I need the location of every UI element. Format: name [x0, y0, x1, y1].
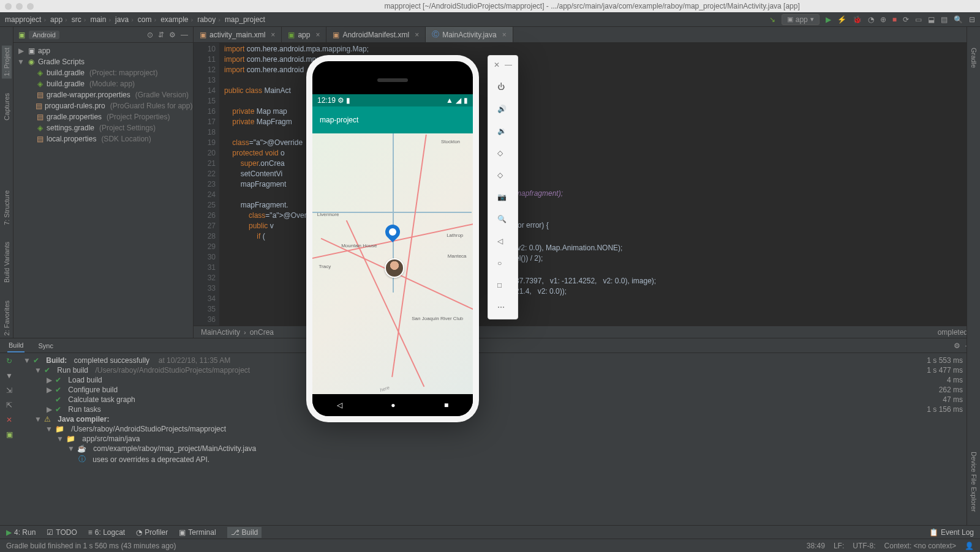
zoom-icon[interactable]: 🔍 — [497, 215, 508, 226]
crumb[interactable]: map_project — [218, 15, 265, 24]
back-button[interactable]: ◁ — [337, 401, 342, 409]
favorites-tool-tab[interactable]: 2: Favorites — [2, 298, 12, 338]
tree-item[interactable]: ▤local.properties(SDK Location) — [13, 133, 193, 144]
rotate-right-icon[interactable]: ◇ — [497, 171, 508, 182]
wifi-icon: ◢ — [456, 96, 461, 105]
tree-item[interactable]: ◈build.gradle(Project: mapproject) — [13, 67, 193, 78]
tree-item[interactable]: ▤gradle-wrapper.properties(Gradle Versio… — [13, 89, 193, 100]
overview-button[interactable]: ■ — [444, 401, 448, 409]
locate-icon[interactable]: ⊙ — [147, 31, 153, 39]
debug-icon[interactable]: 🐞 — [853, 15, 862, 24]
profiler-tool[interactable]: ◔ Profiler — [136, 528, 168, 537]
captures-tool-tab[interactable]: Captures — [2, 91, 12, 123]
sdk-icon[interactable]: ⬓ — [928, 15, 935, 24]
build-variants-tool-tab[interactable]: Build Variants — [2, 239, 12, 285]
sync-icon[interactable]: ⟳ — [903, 15, 909, 24]
rotate-left-icon[interactable]: ◇ — [497, 149, 508, 160]
tree-item[interactable]: ▤gradle.properties(Project Properties) — [13, 111, 193, 122]
more-icon[interactable]: ⋯ — [497, 303, 508, 314]
build-tab[interactable]: Build — [7, 339, 24, 352]
emu-close-icon[interactable]: ✕ — [494, 61, 500, 69]
editor-tab[interactable]: ▣AndroidManifest.xml× — [326, 27, 426, 42]
rerun-icon[interactable]: ↻ — [6, 357, 12, 365]
line-sep[interactable]: LF: — [834, 542, 844, 550]
camera-icon[interactable]: 📷 — [497, 193, 508, 204]
expand-icon[interactable]: ⇲ — [6, 386, 12, 395]
project-tree[interactable]: ▶▣app ▼◉Gradle Scripts ◈build.gradle(Pro… — [13, 43, 193, 338]
make-icon[interactable]: ↘ — [769, 15, 775, 24]
close-icon[interactable]: ✕ — [6, 416, 12, 424]
phone-screen[interactable]: 12:19 ⚙ ▮ ▲◢▮ map-project Stockton Lathr… — [312, 61, 473, 416]
close-icon[interactable]: × — [415, 31, 419, 39]
profiler-icon[interactable]: ◔ — [868, 15, 874, 24]
run-config-selector[interactable]: ▣ app ▾ — [782, 14, 820, 25]
device-explorer-tab[interactable]: Device File Explorer — [969, 449, 979, 514]
avd-icon[interactable]: ▭ — [915, 15, 922, 24]
sync-tab[interactable]: Sync — [37, 340, 54, 352]
hide-icon[interactable]: — — [181, 31, 188, 39]
search-icon[interactable]: 🔍 — [954, 15, 963, 24]
apply-changes-icon[interactable]: ⚡ — [837, 15, 846, 24]
max-window[interactable] — [27, 3, 34, 10]
bc-seg[interactable]: MainActivity — [201, 328, 240, 337]
min-window[interactable] — [16, 3, 23, 10]
crumb[interactable]: app — [43, 15, 62, 24]
close-icon[interactable]: × — [315, 31, 320, 39]
gear-icon[interactable]: ⚙ — [169, 31, 176, 39]
context[interactable]: Context: <no context> — [884, 542, 956, 550]
gradle-tool-tab[interactable]: Gradle — [969, 45, 979, 70]
stop-icon[interactable]: ■ — [892, 15, 897, 24]
crumb[interactable]: java — [108, 15, 129, 24]
power-icon[interactable]: ⏻ — [497, 83, 508, 94]
tree-item[interactable]: ◈settings.gradle(Project Settings) — [13, 122, 193, 133]
event-log-tool[interactable]: 📋 Event Log — [929, 528, 974, 537]
emu-min-icon[interactable]: — — [505, 61, 512, 69]
volume-down-icon[interactable]: 🔉 — [497, 127, 508, 138]
encoding[interactable]: UTF-8: — [853, 542, 875, 550]
close-icon[interactable]: × — [271, 31, 275, 39]
overview-icon[interactable]: □ — [497, 281, 508, 292]
project-tool-tab[interactable]: 1: Project — [2, 45, 12, 78]
logcat-tool[interactable]: ≡ 6: Logcat — [88, 528, 125, 537]
close-window[interactable] — [5, 3, 12, 10]
collapse-icon[interactable]: ⇱ — [6, 401, 12, 409]
attach-debugger-icon[interactable]: ⊕ — [880, 15, 886, 24]
bc-seg[interactable]: onCrea — [250, 328, 274, 337]
crumb[interactable]: raboy — [191, 15, 216, 24]
filter-icon[interactable]: ▼ — [6, 371, 13, 380]
run-tool[interactable]: ▶4: Run — [6, 528, 36, 537]
home-icon[interactable]: ○ — [497, 259, 508, 270]
android-icon[interactable]: ▣ — [6, 430, 13, 439]
android-emulator[interactable]: 12:19 ⚙ ▮ ▲◢▮ map-project Stockton Lathr… — [306, 55, 518, 422]
editor-tab[interactable]: ▣activity_main.xml× — [194, 27, 282, 42]
run-icon[interactable]: ▶ — [826, 15, 831, 24]
tree-item[interactable]: ▤proguard-rules.pro(ProGuard Rules for a… — [13, 100, 193, 111]
structure-tool-tab[interactable]: 7: Structure — [2, 188, 12, 228]
volume-up-icon[interactable]: 🔊 — [497, 105, 508, 116]
terminal-tool[interactable]: ▣ Terminal — [179, 528, 216, 537]
help-icon[interactable]: ⊟ — [969, 15, 975, 24]
tree-item[interactable]: ◈build.gradle(Module: app) — [13, 78, 193, 89]
project-view-selector[interactable]: Android — [29, 31, 59, 39]
crumb[interactable]: example — [154, 15, 188, 24]
crumb[interactable]: src — [65, 15, 81, 24]
window-controls[interactable] — [5, 3, 34, 10]
crumb[interactable]: com — [131, 15, 151, 24]
build-tool[interactable]: ⎇ Build — [227, 527, 262, 538]
tree-app[interactable]: ▶▣app — [13, 45, 193, 56]
close-icon[interactable]: × — [502, 31, 507, 39]
crumb[interactable]: mapproject — [5, 15, 41, 24]
inspect-icon[interactable]: 👤 — [965, 542, 974, 550]
todo-tool[interactable]: ☑ TODO — [47, 528, 77, 537]
caret-pos[interactable]: 38:49 — [807, 542, 825, 550]
editor-tab-active[interactable]: ⒸMainActivity.java× — [426, 27, 513, 42]
editor-tab[interactable]: ▣app× — [282, 27, 326, 42]
tree-gradle-scripts[interactable]: ▼◉Gradle Scripts — [13, 56, 193, 67]
layout-icon[interactable]: ▤ — [941, 15, 948, 24]
map-view[interactable]: Stockton Lathrop Manteca Tracy Livermore… — [312, 133, 473, 394]
home-button[interactable]: ● — [391, 401, 395, 409]
crumb[interactable]: main — [84, 15, 107, 24]
gear-icon[interactable]: ⚙ — [954, 341, 960, 350]
back-icon[interactable]: ◁ — [497, 237, 508, 248]
collapse-icon[interactable]: ⇵ — [158, 31, 164, 39]
